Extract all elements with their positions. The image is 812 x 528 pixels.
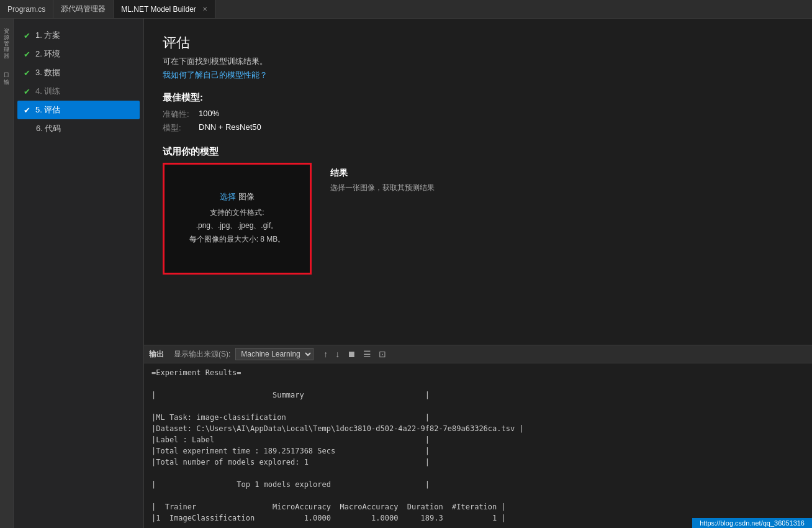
sidebar-icon-7[interactable]: 输 (1, 72, 12, 77)
output-btn-up[interactable]: ↑ (321, 348, 330, 360)
upload-formats-line1: 支持的文件格式: (210, 208, 264, 217)
output-btn-list[interactable]: ☰ (361, 348, 374, 360)
tab-close-icon[interactable]: ✕ (202, 6, 207, 12)
nav-step1[interactable]: ✔ 1. 方案 (14, 26, 143, 45)
output-btn-wrap[interactable]: ⊡ (376, 348, 389, 360)
nav-step3[interactable]: ✔ 3. 数据 (14, 63, 143, 82)
check-icon-3: ✔ (24, 68, 30, 78)
accuracy-value: 100% (199, 109, 219, 120)
content-area: 评估 可在下面找到模型训练结果。 我如何了解自己的模型性能？ 最佳模型: 准确性… (144, 19, 812, 528)
upload-format-info: 支持的文件格式: .png、.jpg、.jpeg、.gif。 每个图像的最大大小… (189, 206, 286, 247)
check-icon-1: ✔ (24, 31, 30, 40)
tab-label: 源代码管理器 (61, 4, 106, 14)
sidebar-icon-3[interactable]: 管 (1, 34, 12, 39)
output-header: 输出 显示输出来源(S): Machine Learning Debug Bui… (144, 345, 812, 363)
upload-formats-line2: .png、.jpg、.jpeg、.gif。 (196, 221, 279, 230)
output-source-label: 显示输出来源(S): (174, 349, 230, 360)
tab-label: Program.cs (7, 5, 45, 14)
page-subtitle: 可在下面找到模型训练结果。 (163, 56, 793, 67)
output-btn-down[interactable]: ↓ (333, 348, 342, 360)
sidebar-icon-4[interactable]: 理 (1, 40, 12, 45)
model-row: 模型: DNN + ResNet50 (163, 122, 793, 134)
sidebar-icon-1[interactable]: 资 (1, 21, 12, 26)
nav-step6[interactable]: 6. 代码 (14, 119, 143, 138)
status-text: https://blog.csdn.net/qq_36051316 (700, 519, 805, 527)
output-title: 输出 (149, 349, 164, 360)
tab-mlnet[interactable]: ML.NET Model Builder ✕ (114, 0, 215, 18)
image-upload-box[interactable]: 选择 图像 支持的文件格式: .png、.jpg、.jpeg、.gif。 每个图… (163, 163, 312, 275)
accuracy-label: 准确性: (163, 109, 194, 120)
nav-label-6: 6. 代码 (36, 123, 61, 134)
nav-step4[interactable]: ✔ 4. 训练 (14, 82, 143, 101)
tab-bar: Program.cs 源代码管理器 ML.NET Model Builder ✕ (0, 0, 812, 19)
results-title: 结果 (330, 168, 793, 179)
nav-label-2: 2. 环境 (35, 48, 60, 60)
check-icon-4: ✔ (24, 87, 30, 96)
upload-select-link[interactable]: 选择 (220, 192, 236, 201)
try-model-section: 选择 图像 支持的文件格式: .png、.jpg、.jpeg、.gif。 每个图… (163, 163, 793, 275)
left-nav: ✔ 1. 方案 ✔ 2. 环境 ✔ 3. 数据 ✔ 4. 训练 ✔ 5. 评估 … (14, 19, 144, 528)
nav-label-3: 3. 数据 (35, 67, 60, 78)
upload-image-label: 图像 (238, 192, 255, 201)
sidebar-icon-5[interactable]: 器 (1, 46, 12, 51)
nav-label-5: 5. 评估 (35, 104, 60, 116)
results-panel: 结果 选择一张图像，获取其预测结果 (330, 163, 793, 275)
learn-more-link[interactable]: 我如何了解自己的模型性能？ (163, 70, 268, 80)
tab-source[interactable]: 源代码管理器 (53, 0, 114, 18)
best-model-grid: 准确性: 100% 模型: DNN + ResNet50 (163, 109, 793, 134)
output-toolbar: ↑ ↓ ⏹ ☰ ⊡ (321, 348, 389, 360)
tab-program[interactable]: Program.cs (0, 0, 53, 18)
model-builder-area: 评估 可在下面找到模型训练结果。 我如何了解自己的模型性能？ 最佳模型: 准确性… (144, 19, 812, 345)
page-title: 评估 (163, 34, 793, 52)
output-text: =Experiment Results= | Summary | |ML Tas… (151, 367, 805, 528)
status-bar: https://blog.csdn.net/qq_36051316 (692, 518, 812, 528)
accuracy-row: 准确性: 100% (163, 109, 793, 120)
tab-label: ML.NET Model Builder (121, 5, 196, 14)
nav-label-4: 4. 训练 (35, 86, 60, 97)
nav-step2[interactable]: ✔ 2. 环境 (14, 45, 143, 63)
sidebar-icon-2[interactable]: 源 (1, 27, 12, 32)
output-btn-stop[interactable]: ⏹ (345, 348, 358, 360)
check-icon-2: ✔ (24, 50, 30, 59)
output-content: =Experiment Results= | Summary | |ML Tas… (144, 363, 812, 528)
sidebar-icon-6[interactable]: 口 (1, 66, 12, 71)
check-icon-5: ✔ (24, 106, 30, 115)
model-name-label: 模型: (163, 122, 194, 134)
sidebar-icons: 资 源 管 理 器 口 输 (0, 19, 14, 528)
upload-size-info: 每个图像的最大大小: 8 MB。 (189, 235, 286, 244)
nav-step5[interactable]: ✔ 5. 评估 (17, 101, 140, 119)
model-name-value: DNN + ResNet50 (199, 122, 261, 134)
try-model-title: 试用你的模型 (163, 146, 793, 158)
upload-prompt: 选择 图像 (220, 191, 255, 203)
main-layout: 资 源 管 理 器 口 输 ✔ 1. 方案 ✔ 2. 环境 ✔ 3. 数据 ✔ … (0, 19, 812, 528)
output-source-select[interactable]: Machine Learning Debug Build General (235, 348, 314, 360)
best-model-title: 最佳模型: (163, 92, 793, 104)
output-panel: 输出 显示输出来源(S): Machine Learning Debug Bui… (144, 345, 812, 528)
results-desc: 选择一张图像，获取其预测结果 (330, 183, 793, 193)
nav-label-1: 1. 方案 (35, 30, 60, 41)
